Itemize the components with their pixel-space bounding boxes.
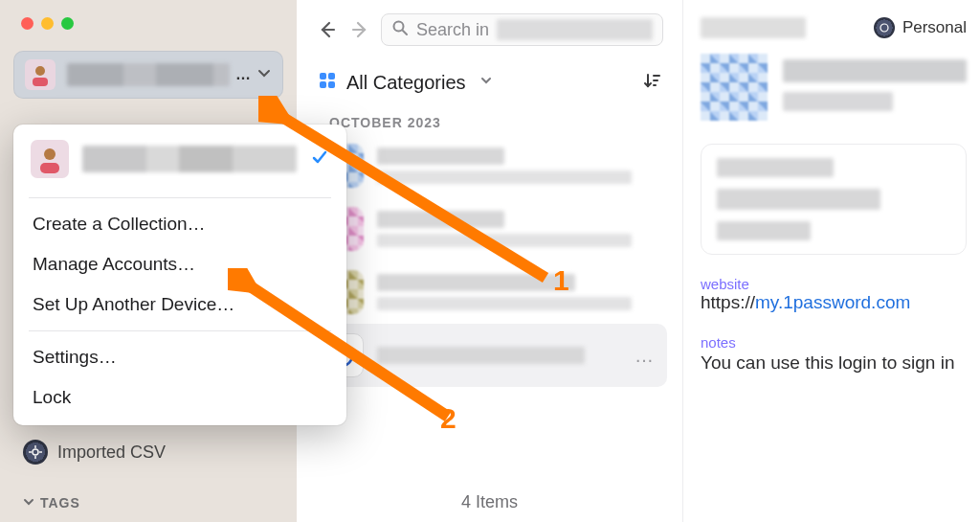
detail-title-block [783, 54, 967, 121]
svg-point-0 [35, 66, 45, 76]
vault-icon [874, 17, 895, 38]
svg-rect-13 [320, 73, 326, 79]
item-text [377, 347, 621, 364]
checkmark-icon [310, 148, 329, 170]
item-subtitle-redacted [377, 170, 632, 184]
menu-item-manage-accounts[interactable]: Manage Accounts… [13, 244, 346, 284]
search-prefix: Search in [416, 20, 489, 40]
gear-icon [23, 440, 48, 465]
item-title-redacted [377, 274, 575, 291]
main-panel: Search in All Categories OCTOBER 2023 [297, 0, 683, 522]
detail-hero [701, 54, 967, 121]
category-filter-button[interactable]: All Categories [346, 72, 466, 94]
detail-field-redacted [717, 158, 834, 177]
sidebar-section-tags[interactable]: TAGS [23, 495, 80, 511]
separator [29, 197, 331, 198]
close-window-button[interactable] [21, 17, 33, 30]
menu-item-create-collection[interactable]: Create a Collection… [13, 204, 346, 244]
website-field-label: website [701, 276, 967, 292]
detail-vault-row: Personal [701, 17, 967, 54]
window-controls [0, 0, 297, 30]
menu-item-lock[interactable]: Lock [13, 377, 346, 418]
list-item[interactable] [312, 134, 667, 197]
search-input[interactable]: Search in [381, 13, 663, 46]
notes-field-label: notes [701, 334, 967, 351]
menu-item-settings[interactable]: Settings… [13, 337, 346, 377]
website-url-link[interactable]: my.1password.com [755, 292, 910, 312]
notes-field-value: You can use this login to sign in [701, 352, 967, 374]
item-text [377, 274, 659, 310]
item-text [377, 211, 659, 247]
list-item[interactable] [312, 261, 667, 324]
account-name-redacted [67, 63, 230, 86]
toolbar: Search in [297, 0, 682, 56]
detail-field-redacted [717, 221, 811, 240]
svg-rect-14 [328, 73, 335, 79]
detail-breadcrumb-redacted [701, 17, 806, 38]
website-field-value[interactable]: https://my.1password.com [701, 292, 967, 313]
item-subtitle-redacted [377, 234, 632, 247]
svg-rect-15 [320, 81, 326, 88]
nav-back-button[interactable] [316, 18, 339, 41]
svg-point-2 [33, 449, 38, 455]
chevron-down-icon [23, 495, 34, 511]
account-avatar-icon [25, 59, 56, 90]
sort-button[interactable] [642, 71, 661, 94]
vault-label: Personal [902, 18, 967, 37]
search-scope-redacted [497, 19, 653, 40]
tags-label: TAGS [40, 495, 80, 511]
detail-credentials-card [701, 144, 967, 255]
account-selector[interactable]: … [13, 51, 283, 99]
chevron-down-icon [479, 74, 493, 91]
item-title-redacted [377, 211, 504, 228]
zoom-window-button[interactable] [61, 17, 74, 30]
website-url-scheme: https:// [701, 292, 755, 312]
account-dropdown-current[interactable] [13, 140, 346, 192]
chevron-down-icon [256, 65, 272, 84]
svg-rect-16 [328, 81, 335, 88]
item-count: 4 Items [297, 479, 682, 522]
menu-item-set-up-device[interactable]: Set Up Another Device… [13, 284, 346, 325]
item-subtitle-redacted [377, 297, 632, 310]
svg-point-7 [44, 148, 56, 160]
svg-line-12 [403, 31, 407, 34]
item-list: OCTOBER 2023 [297, 102, 682, 479]
detail-panel: Personal website https://my.1password.co… [683, 0, 980, 522]
list-item[interactable] [312, 197, 667, 261]
detail-title-redacted [783, 59, 967, 82]
item-title-redacted [377, 347, 585, 364]
nav-forward-button[interactable] [348, 18, 371, 41]
account-name-ellipsis: … [235, 66, 251, 83]
item-text [377, 148, 659, 184]
filter-bar: All Categories [297, 56, 682, 102]
account-name-redacted [82, 146, 297, 172]
separator [29, 330, 331, 331]
search-icon [391, 19, 409, 41]
categories-icon [318, 71, 337, 94]
account-avatar-icon [31, 140, 69, 178]
minimize-window-button[interactable] [41, 17, 54, 30]
svg-point-23 [880, 24, 888, 32]
detail-item-icon [701, 54, 768, 121]
vault-selector[interactable]: Personal [874, 17, 967, 38]
item-title-redacted [377, 148, 504, 165]
svg-point-11 [394, 21, 404, 31]
svg-rect-1 [33, 78, 48, 86]
account-dropdown: Create a Collection… Manage Accounts… Se… [13, 125, 346, 425]
list-section-header: OCTOBER 2023 [312, 105, 667, 134]
list-item[interactable]: … [312, 324, 667, 387]
sidebar-item-imported-csv[interactable]: Imported CSV [23, 440, 166, 465]
svg-rect-8 [40, 163, 59, 173]
imported-csv-label: Imported CSV [57, 443, 166, 463]
detail-subtitle-redacted [783, 92, 893, 111]
more-ellipsis: … [635, 345, 659, 367]
detail-field-redacted [717, 189, 880, 210]
